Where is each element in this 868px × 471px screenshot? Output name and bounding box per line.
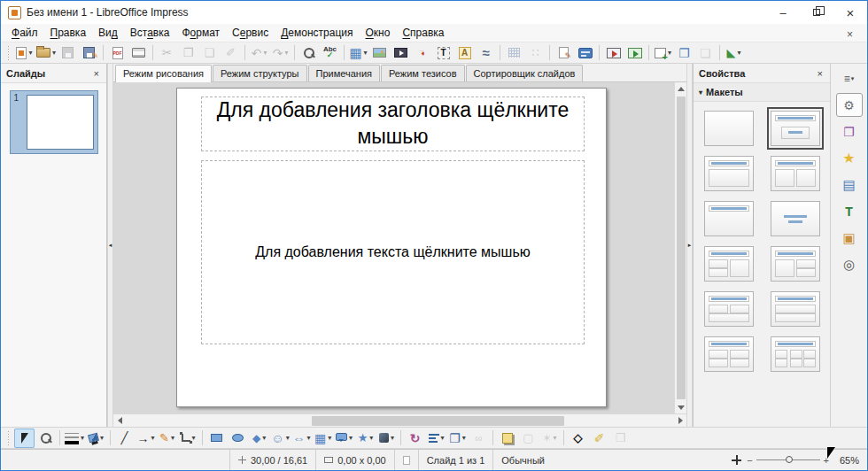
glue-points-edit-button[interactable] — [589, 429, 609, 448]
fontwork-button[interactable] — [454, 43, 475, 63]
fill-color-button[interactable] — [86, 429, 106, 448]
export-pdf-button[interactable] — [107, 43, 128, 63]
tab-drawing-mode[interactable]: Режим рисования — [115, 65, 212, 82]
body-placeholder[interactable]: Для добавления текста щёлкните мышью — [201, 160, 585, 344]
3d-objects-button[interactable] — [376, 429, 397, 448]
insert-text-box-button[interactable] — [433, 43, 453, 63]
left-panel-splitter[interactable]: ◂ — [107, 64, 113, 427]
layout-centered-text[interactable] — [767, 197, 824, 240]
animation-button[interactable]: ★ — [836, 146, 863, 170]
minimize-button[interactable]: – — [766, 1, 800, 24]
insert-table-button[interactable] — [348, 43, 368, 63]
menu-view[interactable]: Вид — [92, 25, 124, 41]
slide-transition-button[interactable]: ❐ — [836, 120, 863, 143]
tab-notes[interactable]: Примечания — [308, 65, 381, 81]
layout-title-2content[interactable] — [767, 152, 824, 195]
insert-image-button[interactable] — [369, 43, 390, 63]
slide-canvas[interactable]: Для добавления заголовка щёлкните мышью … — [176, 88, 607, 407]
distribute-button[interactable] — [469, 429, 489, 448]
arrange-button[interactable] — [447, 429, 468, 448]
layout-2l-1r[interactable] — [701, 243, 757, 285]
start-slideshow-button[interactable] — [603, 43, 624, 63]
scroll-up-button[interactable] — [675, 82, 687, 95]
sidebar-settings-button[interactable]: ≡ — [836, 66, 863, 90]
new-presentation-button[interactable] — [14, 43, 35, 63]
copy-button[interactable] — [178, 43, 198, 63]
open-button[interactable] — [35, 43, 57, 63]
restore-button[interactable] — [800, 1, 833, 24]
shadow-button[interactable] — [497, 429, 517, 448]
close-document-button[interactable]: × — [838, 28, 862, 41]
insert-chart-button[interactable] — [412, 43, 432, 63]
delete-slide-button[interactable] — [695, 43, 716, 63]
display-views-button[interactable] — [575, 43, 595, 63]
tab-slide-sorter[interactable]: Сортировщик слайдов — [466, 65, 584, 81]
scroll-down-button[interactable] — [675, 401, 687, 413]
align-button[interactable] — [426, 429, 446, 448]
layout-blank[interactable] — [701, 107, 757, 150]
layout-1l-2r[interactable] — [767, 243, 824, 285]
fit-slide-button[interactable] — [732, 455, 741, 465]
lines-arrows-button[interactable] — [136, 429, 156, 448]
select-button[interactable] — [14, 429, 35, 448]
rectangle-button[interactable] — [206, 429, 227, 448]
master-pages-button[interactable]: ▤ — [836, 173, 863, 197]
edit-mode-button[interactable] — [554, 43, 574, 63]
zoom-level[interactable]: 65% — [834, 455, 859, 466]
glue-points-button[interactable] — [525, 43, 546, 63]
layout-2t-1b[interactable] — [701, 288, 757, 330]
gallery-button[interactable]: ▣ — [836, 226, 863, 250]
insert-media-button[interactable] — [391, 43, 411, 63]
properties-panel-close-button[interactable]: × — [816, 68, 825, 79]
menu-format[interactable]: Формат — [175, 25, 226, 41]
menu-slideshow[interactable]: Демонстрация — [275, 25, 359, 41]
paste-button[interactable] — [199, 43, 220, 63]
scroll-right-button[interactable] — [674, 414, 686, 427]
layout-title-only[interactable] — [701, 197, 757, 240]
basic-shapes-button[interactable] — [249, 429, 269, 448]
flowchart-button[interactable] — [313, 429, 333, 448]
toolbar-grip[interactable] — [6, 46, 11, 60]
points-button[interactable] — [568, 429, 588, 448]
zoom-tool-button[interactable] — [35, 429, 56, 448]
find-replace-button[interactable] — [298, 43, 319, 63]
rotate-button[interactable] — [405, 429, 425, 448]
insert-hyperlink-button[interactable] — [476, 43, 496, 63]
crop-button[interactable] — [518, 429, 539, 448]
line-style-button[interactable] — [64, 429, 85, 448]
vertical-scrollbar[interactable] — [674, 82, 686, 413]
layout-title-sub[interactable] — [767, 107, 824, 150]
zoom-slider[interactable]: − + — [747, 455, 829, 466]
filter-button[interactable] — [539, 429, 560, 448]
symbol-shapes-button[interactable] — [270, 429, 291, 448]
line-button[interactable] — [114, 429, 135, 448]
print-button[interactable] — [128, 43, 149, 63]
horizontal-scrollbar[interactable] — [113, 413, 686, 427]
tab-handout-mode[interactable]: Режим тезисов — [381, 65, 465, 81]
block-arrows-button[interactable] — [291, 429, 312, 448]
slide-layout-button[interactable] — [724, 43, 744, 63]
ellipse-button[interactable] — [228, 429, 248, 448]
display-grid-button[interactable] — [504, 43, 524, 63]
redo-button[interactable] — [270, 43, 291, 63]
right-panel-splitter[interactable]: ▸ — [686, 64, 693, 427]
navigator-button[interactable]: ◎ — [836, 252, 863, 276]
callouts-button[interactable] — [334, 429, 354, 448]
title-placeholder[interactable]: Для добавления заголовка щёлкните мышью — [201, 97, 585, 151]
close-button[interactable]: × — [833, 1, 867, 24]
menu-tools[interactable]: Сервис — [226, 25, 275, 41]
layouts-section-header[interactable]: Макеты — [694, 82, 830, 102]
styles-button[interactable]: T — [836, 199, 863, 223]
undo-button[interactable] — [249, 43, 269, 63]
slide-thumbnail-1[interactable]: 1 — [10, 90, 98, 154]
layout-1t-1b[interactable] — [767, 288, 824, 330]
spelling-button[interactable] — [320, 43, 340, 63]
clone-formatting-button[interactable] — [221, 43, 241, 63]
menu-help[interactable]: Справка — [396, 25, 450, 41]
menu-edit[interactable]: Правка — [44, 25, 93, 41]
cut-button[interactable] — [157, 43, 177, 63]
duplicate-slide-button[interactable] — [674, 43, 694, 63]
horizontal-scroll-thumb[interactable] — [312, 416, 564, 426]
slideshow-current-button[interactable] — [624, 43, 645, 63]
menu-file[interactable]: Файл — [5, 25, 44, 41]
